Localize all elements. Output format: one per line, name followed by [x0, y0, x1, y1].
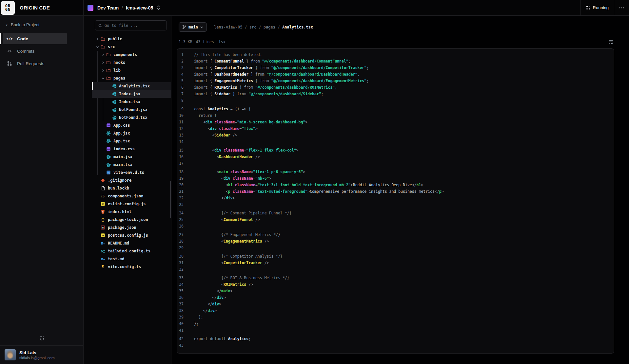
status-badge[interactable]: Running	[580, 0, 614, 15]
sidebar-item-commits[interactable]: Commits	[0, 46, 67, 57]
tree-item-test-md[interactable]: Mtest.md	[92, 255, 171, 263]
chevron-down-icon[interactable]	[100, 77, 106, 80]
line-number: 30	[177, 253, 184, 260]
code-line-17: 17	[177, 160, 614, 169]
tree-item-vite-env-d-ts[interactable]: TSvite-env.d.ts	[92, 169, 171, 176]
user-info: Sid Lais sidlais.ls@gmail.com	[19, 350, 55, 360]
user-account[interactable]: Sid Lais sidlais.ls@gmail.com	[0, 345, 83, 364]
line-number: 8	[177, 97, 184, 106]
topbar-spacer	[161, 0, 580, 15]
origin-logo-icon[interactable]: OR GN	[1, 1, 15, 15]
tree-item-eslint-config-js[interactable]: JSeslint.config.js	[92, 200, 171, 208]
svg-text:css: css	[107, 124, 110, 126]
folder-icon	[106, 68, 111, 73]
line-content: </div>	[194, 307, 217, 314]
line-content: import { EngagementMetrics } from "@/com…	[194, 78, 369, 84]
tree-item-notfound-tsx[interactable]: NotFound.tsx	[92, 114, 171, 121]
tree-item--gitignore[interactable]: .gitignore	[92, 176, 171, 184]
go-to-file-search[interactable]	[95, 20, 167, 30]
tree-item-app-css[interactable]: cssApp.css	[92, 121, 171, 129]
branch-selector-button[interactable]: main	[179, 22, 207, 32]
file-name: src	[108, 45, 115, 49]
line-number: 21	[177, 188, 184, 195]
project-selector[interactable]: Dev Team / lens-view-05	[84, 0, 161, 15]
tree-scrollbar-thumb[interactable]	[170, 181, 171, 218]
chevron-right-icon[interactable]	[95, 38, 100, 41]
code-line-23: 23	[177, 201, 614, 210]
file-line-count: 43 lines	[196, 40, 214, 44]
tree-item-notfound-jsx[interactable]: NotFound.jsx	[92, 106, 171, 114]
file-name: eslint.config.js	[108, 202, 146, 206]
svg-text:css: css	[107, 148, 110, 150]
tree-item-app-jsx[interactable]: App.jsx	[92, 129, 171, 137]
breadcrumb-pages[interactable]: pages	[264, 25, 275, 29]
tree-item-package-json[interactable]: npackage.json	[92, 224, 171, 231]
breadcrumb-repo[interactable]: lens-view-05	[214, 25, 243, 29]
file-name: components	[113, 52, 137, 57]
line-content: <CommentFunnel />	[194, 216, 260, 223]
tree-item-index-tsx[interactable]: Index.tsx	[92, 98, 171, 106]
tree-item-readme-md[interactable]: MREADME.md	[92, 239, 171, 247]
tree-item-index-jsx[interactable]: Index.jsx	[92, 90, 171, 98]
back-to-project-link[interactable]: ‹ Back to Project	[0, 16, 83, 32]
line-content: import { CompetitorTracker } from "@/com…	[194, 64, 369, 71]
tree-item-pages[interactable]: pages	[92, 74, 171, 82]
svg-text:{}: {}	[101, 194, 105, 198]
tree-item-analytics-tsx[interactable]: Analytics.tsx	[92, 82, 171, 90]
file-name: index.html	[108, 209, 131, 214]
breadcrumb-src[interactable]: src	[249, 25, 257, 29]
chevron-down-icon[interactable]	[95, 46, 100, 48]
sidebar-item-label: Pull Requests	[17, 61, 44, 66]
sidebar-item-pull-requests[interactable]: Pull Requests	[0, 58, 67, 69]
tailwind-icon	[100, 248, 106, 254]
line-number: 37	[177, 301, 184, 307]
tree-item-components[interactable]: components	[92, 51, 171, 59]
chevron-right-icon[interactable]	[100, 53, 106, 56]
tree-item-main-tsx[interactable]: main.tsx	[92, 161, 171, 169]
tree-item-vite-config-ts[interactable]: vite.config.ts	[92, 263, 171, 271]
tree-item-bun-lockb[interactable]: bun.lockb	[92, 184, 171, 192]
line-number: 22	[177, 195, 184, 201]
search-icon	[98, 24, 102, 27]
tree-item-package-lock-json[interactable]: {}package-lock.json	[92, 216, 171, 224]
tree-item-src[interactable]: src	[92, 43, 171, 51]
line-number: 15	[177, 147, 184, 154]
tree-item-tailwind-config-ts[interactable]: tailwind.config.ts	[92, 247, 171, 255]
chevron-right-icon[interactable]	[100, 69, 106, 72]
code-lines: 1// This file has been deleted.2import {…	[177, 51, 614, 351]
line-number: 43	[177, 342, 184, 351]
overflow-menu-button[interactable]	[614, 0, 629, 15]
sidebar-item-label: Commits	[17, 49, 34, 54]
breadcrumb-separator: /	[245, 25, 247, 29]
code-viewer[interactable]: 1// This file has been deleted.2import {…	[177, 48, 614, 354]
code-line-2: 2import { CommentFunnel } from "@/compon…	[177, 58, 614, 64]
tree-item-hooks[interactable]: hooks	[92, 59, 171, 66]
line-number: 24	[177, 210, 184, 216]
tree-item-main-jsx[interactable]: main.jsx	[92, 153, 171, 161]
line-content: );	[194, 314, 203, 320]
tree-item-public[interactable]: public	[92, 35, 171, 43]
file-name: App.css	[113, 123, 130, 128]
tree-item-components-json[interactable]: {}components.json	[92, 192, 171, 200]
code-line-40: 40};	[177, 320, 614, 327]
line-content: {/* Competitor Analysis */}	[194, 253, 283, 260]
line-content: <EngagementMetrics />	[194, 238, 269, 245]
search-input[interactable]	[105, 23, 163, 28]
code-line-28: 28 <EngagementMetrics />	[177, 238, 614, 245]
sidebar-item-code[interactable]: </> Code	[3, 33, 67, 44]
tree-item-index-html[interactable]: 5index.html	[92, 208, 171, 216]
unfold-chevrons-icon[interactable]	[156, 5, 161, 10]
chevron-right-icon[interactable]	[100, 61, 106, 64]
tree-item-index-css[interactable]: cssindex.css	[92, 145, 171, 153]
code-line-6: 6import { ROIMetrics } from "@/component…	[177, 84, 614, 91]
code-line-8: 8	[177, 97, 614, 106]
word-wrap-button[interactable]	[608, 39, 614, 45]
js-icon: JS	[100, 201, 106, 207]
line-number: 40	[177, 320, 184, 327]
tree-item-lib[interactable]: lib	[92, 66, 171, 74]
tree-item-app-tsx[interactable]: App.tsx	[92, 137, 171, 145]
file-name: main.tsx	[113, 162, 132, 167]
tree-item-postcss-config-js[interactable]: JSpostcss.config.js	[92, 231, 171, 239]
breadcrumb-separator: /	[278, 25, 280, 29]
react-icon	[111, 83, 117, 89]
